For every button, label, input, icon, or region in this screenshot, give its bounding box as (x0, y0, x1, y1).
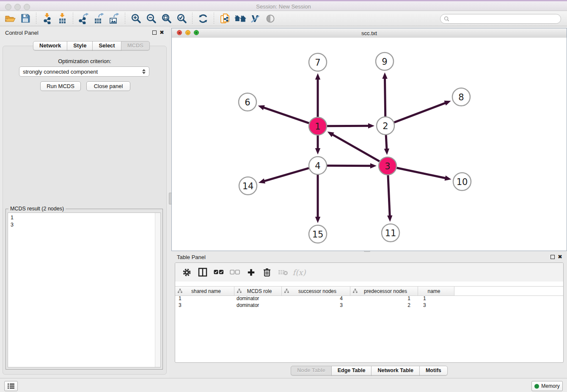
tab-mcds[interactable]: MCDS (121, 41, 150, 50)
copy-network-icon[interactable] (217, 12, 232, 25)
zoom-selected-icon[interactable] (174, 12, 189, 25)
cell-MCDS-role: dominator (234, 295, 282, 302)
mcds-result-title: MCDS result (2 nodes) (8, 206, 66, 212)
graph-edge-4-14[interactable] (259, 168, 309, 183)
graph-edge-1-4[interactable] (315, 135, 320, 155)
graph-node-9[interactable]: 9 (376, 52, 394, 70)
graph-edge-2-3[interactable] (384, 135, 389, 155)
close-panel-icon[interactable]: ✖ (160, 30, 164, 35)
tab-motifs[interactable]: Motifs (419, 366, 448, 375)
vizmap-icon[interactable] (248, 12, 263, 25)
column-header-name[interactable]: name (418, 287, 454, 295)
memory-button[interactable]: Memory (531, 381, 563, 391)
delete-entry-icon[interactable] (261, 266, 273, 279)
run-mcds-button[interactable]: Run MCDS (40, 81, 81, 91)
graph-node-8[interactable]: 8 (452, 88, 470, 106)
graph-node-11[interactable]: 11 (382, 224, 399, 242)
graph-edge-1-7[interactable] (315, 73, 320, 117)
table-row[interactable]: 3dominator323 (175, 302, 563, 309)
eye-icon[interactable] (263, 12, 278, 25)
add-entry-icon[interactable] (245, 266, 257, 279)
home-icon[interactable] (232, 12, 248, 25)
export-network-icon[interactable] (76, 12, 91, 25)
graph-node-7[interactable]: 7 (309, 53, 327, 71)
tab-network-table[interactable]: Network Table (371, 366, 420, 375)
graph-node-4[interactable]: 4 (309, 157, 327, 174)
memory-label: Memory (541, 383, 559, 389)
node-table-container: f(x) shared nameMCDS rolesuccessor nodes… (175, 262, 564, 363)
memory-status-icon (534, 384, 539, 389)
chevron-updown-icon (142, 69, 146, 74)
save-icon[interactable] (18, 12, 33, 25)
column-header-predecessor-nodes[interactable]: predecessor nodes (350, 287, 418, 295)
network-window-titlebar[interactable]: ✕ − + scc.txt (172, 28, 567, 38)
import-table-icon[interactable] (55, 12, 70, 25)
control-panel: Control Panel ✖ Optimization criterion: … (0, 26, 169, 378)
control-panel-tabs: NetworkStyleSelectMCDS (33, 41, 150, 50)
graph-edge-1-6[interactable] (258, 105, 309, 123)
zoom-in-icon[interactable] (128, 12, 143, 25)
graph-node-3[interactable]: 3 (379, 157, 396, 175)
graph-node-6[interactable]: 6 (239, 93, 256, 111)
table-panel: Table Panel ✖ f(x) shared nameMCDS roles… (171, 252, 567, 378)
column-header-MCDS-role[interactable]: MCDS role (234, 287, 282, 295)
deselect-all-icon[interactable] (228, 266, 241, 279)
table-tabs: Node TableEdge TableNetwork TableMotifs (171, 366, 567, 375)
network-canvas[interactable]: 1234678910111415 (172, 38, 567, 251)
graph-node-10[interactable]: 10 (453, 173, 471, 190)
settings-icon[interactable] (180, 266, 193, 279)
select-all-icon[interactable] (212, 266, 225, 279)
tab-network[interactable]: Network (33, 41, 67, 50)
graph-edge-1-2[interactable] (327, 123, 374, 128)
mcds-result-group: MCDS result (2 nodes) 13 (6, 209, 163, 370)
mcds-result-box[interactable]: 13 (8, 213, 161, 367)
result-scrollbar[interactable] (155, 213, 160, 367)
zoom-fit-icon[interactable] (159, 12, 174, 25)
optimization-criterion-label: Optimization criterion: (3, 58, 166, 64)
svg-text:1: 1 (315, 121, 320, 132)
table-float-icon[interactable] (550, 255, 555, 259)
tab-select[interactable]: Select (92, 41, 121, 50)
graph-edge-2-9[interactable] (382, 72, 387, 116)
cell-successor-nodes: 3 (282, 302, 350, 309)
list-icon (7, 383, 15, 389)
export-image-icon[interactable] (107, 12, 122, 25)
graph-node-14[interactable]: 14 (239, 177, 257, 195)
show-column-panel-icon[interactable] (196, 266, 209, 279)
table-row[interactable]: 1dominator411 (175, 295, 563, 302)
close-panel-button[interactable]: Close panel (86, 81, 130, 91)
column-header-shared-name[interactable]: shared name (175, 287, 234, 295)
tab-style[interactable]: Style (67, 41, 93, 50)
graph-edge-4-3[interactable] (327, 163, 377, 168)
search-box (440, 14, 561, 24)
graph-edge-3-11[interactable] (387, 175, 392, 222)
network-window: ✕ − + scc.txt 1234678910111415 (171, 28, 567, 251)
export-table-icon[interactable] (91, 12, 107, 25)
graph-edge-3-10[interactable] (397, 168, 451, 181)
svg-text:15: 15 (312, 229, 324, 240)
import-network-icon[interactable] (39, 12, 55, 25)
task-history-button[interactable] (4, 381, 18, 391)
search-input[interactable] (449, 16, 561, 22)
graph-node-2[interactable]: 2 (377, 117, 394, 135)
refresh-layout-icon[interactable] (195, 12, 211, 25)
tab-node-table[interactable]: Node Table (291, 366, 331, 375)
column-header-successor-nodes[interactable]: successor nodes (282, 287, 350, 295)
zoom-out-icon[interactable] (143, 12, 159, 25)
svg-text:7: 7 (315, 58, 320, 68)
float-panel-icon[interactable] (152, 30, 157, 35)
delete-table-icon[interactable] (277, 266, 289, 279)
svg-text:11: 11 (385, 228, 396, 238)
criterion-select[interactable]: strongly connected component (19, 66, 149, 77)
open-folder-icon[interactable] (3, 12, 18, 25)
table-close-icon[interactable]: ✖ (558, 254, 562, 259)
toolbar-separator (125, 13, 125, 25)
function-builder-icon[interactable]: f(x) (293, 266, 306, 279)
tab-edge-table[interactable]: Edge Table (331, 366, 372, 375)
graph-edge-2-8[interactable] (394, 101, 451, 122)
graph-edge-4-15[interactable] (315, 175, 320, 223)
graph-node-1[interactable]: 1 (309, 117, 327, 135)
graph-node-15[interactable]: 15 (309, 225, 327, 243)
graph-edge-3-1[interactable] (328, 132, 380, 161)
svg-text:2: 2 (383, 121, 388, 131)
